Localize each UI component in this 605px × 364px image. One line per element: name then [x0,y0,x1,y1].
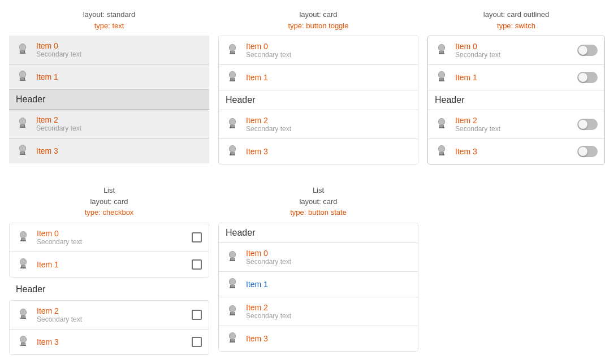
type-label-1: type: text [9,20,209,32]
header-label: Header [16,94,45,104]
bulb-icon [226,44,239,57]
item-primary: Item 0 [246,42,411,51]
bulb-icon [226,278,239,291]
section-title-1: layout: standard type: text [9,9,209,31]
bulb-icon [16,231,30,244]
list-item[interactable]: Item 0 Secondary text [10,223,209,252]
section-list-card-checkbox: List layout: card type: checkbox Item 0 … [5,180,214,359]
list-label-5: List [218,185,418,196]
toggle-knob [578,46,587,55]
item-primary-3: Item 3 [36,146,202,155]
section-title-3: layout: card outlined type: switch [427,9,605,31]
item-primary: Item 3 [246,147,411,156]
layout-label-3: layout: card outlined [427,9,605,20]
type-label-4: type: checkbox [9,207,209,218]
section-card-outlined-switch: layout: card outlined type: switch Item … [423,5,605,169]
item-primary: Item 2 [455,116,577,125]
checkbox[interactable] [192,232,202,242]
layout-label-4: layout: card [9,196,209,207]
list-item[interactable]: Item 1 [10,252,209,277]
bulb-icon [226,145,239,158]
item-secondary: Secondary text [246,258,411,266]
list-item[interactable]: Item 2 Secondary text [9,110,209,138]
checkbox[interactable] [192,259,202,270]
toggle-switch[interactable] [577,119,598,130]
item-text: Item 0 Secondary text [37,229,192,246]
toggle-switch[interactable] [577,146,598,157]
section-title-4: List layout: card type: checkbox [9,185,209,218]
item-text: Item 3 [37,337,192,346]
item-text: Item 2 Secondary text [455,116,577,133]
list-item[interactable]: Item 0 Secondary text [9,36,209,64]
section-title-5: List layout: card type: button state [218,185,418,218]
layout-label-1: layout: standard [9,9,209,20]
list-item[interactable]: Item 1 [219,272,418,297]
list-item[interactable]: Item 2 Secondary text [10,301,209,330]
item-secondary: Secondary text [455,51,577,59]
item-text: Item 0 Secondary text [455,42,577,59]
toggle-knob [578,120,587,129]
list-header: Header [219,90,418,110]
list-header: Header [219,223,418,243]
item-primary: Item 0 [455,42,577,51]
list-item[interactable]: Item 3 [10,330,209,354]
item-primary: Item 0 [246,249,411,258]
bulb-icon-item1 [16,70,29,84]
item-primary: Item 0 [37,229,192,238]
item-secondary: Secondary text [246,312,411,320]
item-secondary: Secondary text [455,125,577,133]
list-item[interactable]: Item 3 [219,326,418,351]
item-primary-1: Item 1 [36,72,202,81]
item-text: Item 3 [246,147,411,156]
item-text: Item 2 Secondary text [37,306,192,323]
list-item[interactable]: Item 0 Secondary text [428,36,604,65]
item-text: Item 2 Secondary text [246,303,411,320]
list-header: Header [9,90,209,110]
section-card-button-toggle: layout: card type: button toggle Item 0 … [214,5,423,169]
toggle-knob [578,147,587,156]
item-text-3: Item 3 [36,146,202,155]
checkbox[interactable] [192,310,202,320]
list-item[interactable]: Item 1 [9,64,209,90]
bulb-icon [435,145,448,158]
bulb-icon [226,71,239,84]
list-card-button-state: Header Item 0 Secondary text Item 1 [218,223,418,352]
toggle-switch[interactable] [577,72,598,83]
item-primary: Item 1 [246,73,411,82]
item-secondary: Secondary text [37,315,192,323]
item-text: Item 2 Secondary text [246,116,411,133]
toggle-switch[interactable] [577,45,598,56]
type-label-3: type: switch [427,20,605,32]
bulb-icon-item0 [16,43,29,57]
list-card-checkbox-2: Item 2 Secondary text Item 3 [9,300,209,355]
toggle-knob [578,73,587,82]
list-item[interactable]: Item 0 Secondary text [219,243,418,272]
item-text: Item 0 Secondary text [246,42,411,59]
list-item[interactable]: Item 1 [428,65,604,90]
item-primary: Item 2 [246,303,411,312]
type-label-5: type: button state [218,207,418,218]
item-secondary-0: Secondary text [36,50,202,58]
list-item[interactable]: Item 2 Secondary text [219,110,418,139]
list-item[interactable]: Item 3 [219,139,418,164]
item-text: Item 3 [246,334,411,343]
list-item[interactable]: Item 2 Secondary text [219,297,418,326]
bulb-icon-item3 [16,144,29,158]
list-item[interactable]: Item 2 Secondary text [428,110,604,139]
item-secondary-2: Secondary text [36,124,202,132]
checkbox[interactable] [192,337,202,347]
list-item[interactable]: Item 0 Secondary text [219,36,418,65]
item-primary-highlighted: Item 1 [246,280,411,289]
item-text-2: Item 2 Secondary text [36,115,202,132]
type-label-2: type: button toggle [218,20,418,32]
standalone-header: Header [9,280,209,299]
item-primary: Item 3 [455,147,577,156]
section-empty [423,180,605,359]
list-header: Header [428,90,604,110]
item-primary: Item 2 [246,116,411,125]
list-item[interactable]: Item 3 [9,138,209,163]
item-primary: Item 2 [37,306,192,315]
list-item[interactable]: Item 1 [219,65,418,90]
list-card-checkbox: Item 0 Secondary text Item 1 [9,223,209,278]
list-item[interactable]: Item 3 [428,139,604,164]
